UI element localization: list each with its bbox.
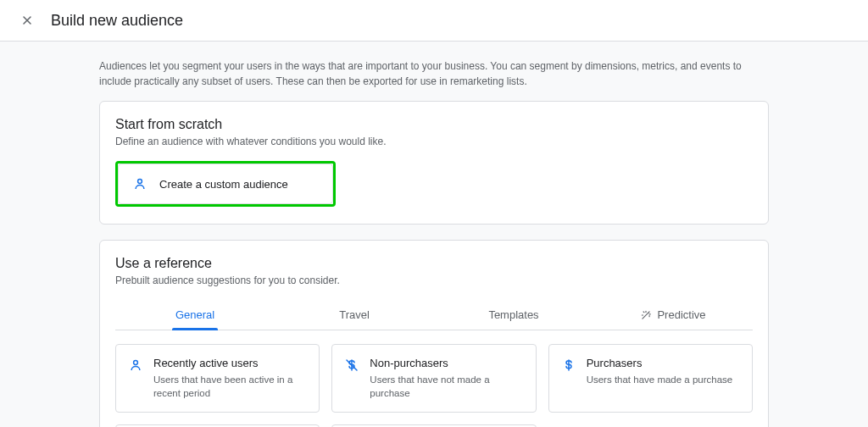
- tab-templates[interactable]: Templates: [434, 300, 593, 330]
- suggestion-non-purchasers[interactable]: Non-purchasers Users that have not made …: [331, 344, 536, 413]
- tab-predictive[interactable]: Predictive: [593, 300, 753, 330]
- scratch-subtitle: Define an audience with whatever conditi…: [115, 136, 753, 147]
- reference-tabs: General Travel Templates Predictive: [115, 300, 753, 330]
- tab-general[interactable]: General: [115, 300, 275, 330]
- close-icon: [20, 14, 34, 27]
- suggestion-desc: Users that have been active in a recent …: [153, 373, 307, 400]
- suggestions-grid: Recently active users Users that have be…: [115, 344, 753, 427]
- person-icon: [128, 358, 143, 373]
- svg-point-1: [134, 361, 138, 365]
- start-from-scratch-card: Start from scratch Define an audience wi…: [99, 101, 769, 225]
- use-a-reference-card: Use a reference Prebuilt audience sugges…: [99, 240, 769, 427]
- dollar-icon: [561, 358, 576, 373]
- tab-label: General: [175, 308, 214, 321]
- no-dollar-icon: [344, 358, 359, 373]
- tab-travel[interactable]: Travel: [275, 300, 434, 330]
- person-icon: [132, 176, 147, 191]
- create-custom-audience-label: Create a custom audience: [159, 178, 288, 191]
- tab-label: Templates: [488, 308, 538, 321]
- reference-subtitle: Prebuilt audience suggestions for you to…: [115, 274, 753, 286]
- close-button[interactable]: [17, 10, 37, 30]
- suggestion-title: Purchasers: [587, 357, 740, 369]
- suggestion-purchasers[interactable]: Purchasers Users that have made a purcha…: [548, 344, 753, 413]
- tab-label: Predictive: [657, 308, 705, 321]
- svg-point-0: [138, 180, 142, 184]
- suggestion-title: Non-purchasers: [370, 357, 523, 369]
- magic-wand-icon: [640, 309, 652, 321]
- reference-title: Use a reference: [115, 256, 753, 271]
- tab-label: Travel: [339, 308, 370, 321]
- suggestion-desc: Users that have made a purchase: [587, 373, 740, 386]
- create-custom-audience-button[interactable]: Create a custom audience: [118, 164, 333, 204]
- suggestion-recently-active-users[interactable]: Recently active users Users that have be…: [115, 344, 320, 413]
- suggestion-desc: Users that have not made a purchase: [370, 373, 523, 400]
- suggestion-title: Recently active users: [153, 357, 307, 369]
- header: Build new audience: [0, 0, 868, 42]
- scratch-title: Start from scratch: [115, 117, 753, 132]
- intro-text: Audiences let you segment your users in …: [99, 58, 769, 89]
- page-title: Build new audience: [51, 12, 183, 30]
